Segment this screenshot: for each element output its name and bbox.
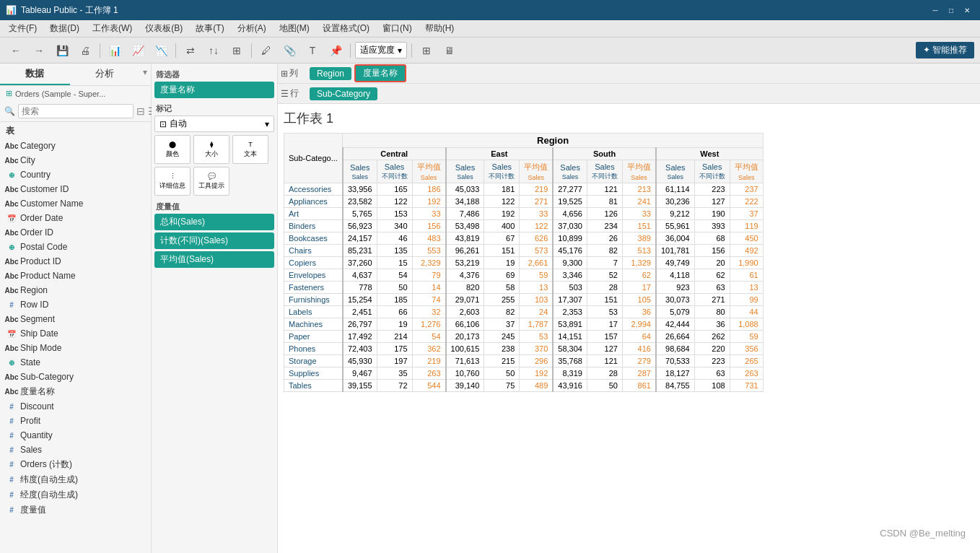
sort-group-button[interactable]: ⊞: [227, 40, 247, 61]
sidebar-item-country[interactable]: ⊕Country: [0, 167, 151, 182]
sidebar-item-profit[interactable]: #Profit: [0, 414, 151, 428]
col-pill-region[interactable]: Region: [310, 67, 351, 80]
filter-icon[interactable]: ⊟: [136, 105, 145, 117]
field-type-icon: ⊕: [6, 357, 17, 368]
menu-item-f[interactable]: 文件(F): [3, 21, 43, 36]
row-pill-subcategory[interactable]: Sub-Category: [310, 87, 377, 100]
bar-chart-button[interactable]: 📊: [105, 40, 125, 61]
highlight-button[interactable]: 🖊: [256, 40, 276, 61]
sidebar-item-product-name[interactable]: AbcProduct Name: [0, 269, 151, 283]
cell-west-0: 9,212: [656, 208, 694, 220]
sidebar-item-ship-mode[interactable]: AbcShip Mode: [0, 341, 151, 355]
cell-south-1: 121: [587, 355, 622, 367]
table-row: Fasteners7785014820581350328179236313: [284, 282, 764, 294]
filter-pill[interactable]: 度量名称: [154, 82, 274, 98]
menu-item-t[interactable]: 故事(T): [190, 21, 229, 36]
sidebar-item-customer-name[interactable]: AbcCustomer Name: [0, 196, 151, 211]
cell-south-1: 127: [587, 343, 622, 355]
print-button[interactable]: 🖨: [75, 40, 95, 61]
nav-forward-button[interactable]: →: [29, 40, 49, 61]
sidebar-item-orders-----[interactable]: #Orders (计数): [0, 457, 151, 472]
cell-central-2: 544: [412, 380, 446, 392]
cell-east-1: 122: [484, 196, 520, 208]
text-marks-button[interactable]: T 文本: [232, 135, 268, 164]
minimize-button[interactable]: ─: [928, 3, 942, 17]
connection-item[interactable]: ⊞ Orders (Sample - Super...: [0, 86, 151, 101]
annotate-button[interactable]: 📎: [279, 40, 299, 61]
sidebar-settings-icon[interactable]: ▾: [139, 64, 151, 85]
measure-pill-sales[interactable]: 平均值(Sales): [154, 251, 274, 268]
region-header-south: South: [553, 148, 656, 160]
sidebar-item-sub-category[interactable]: AbcSub-Category: [0, 370, 151, 384]
cell-south-2: 17: [622, 282, 656, 294]
tooltip-button[interactable]: 💬 工具提示: [193, 167, 229, 196]
sidebar-item-row-id[interactable]: #Row ID: [0, 297, 151, 312]
sidebar-item-postal-code[interactable]: ⊕Postal Code: [0, 240, 151, 254]
sidebar-item---------[interactable]: #纬度(自动生成): [0, 472, 151, 487]
pin-button[interactable]: 📌: [325, 40, 346, 61]
maximize-button[interactable]: □: [944, 3, 958, 17]
sidebar-item-discount[interactable]: #Discount: [0, 399, 151, 414]
save-button[interactable]: 💾: [52, 40, 72, 61]
text-button[interactable]: T: [302, 40, 323, 61]
sidebar-item-category[interactable]: AbcCategory: [0, 139, 151, 153]
columns-label: ⊞ 列: [281, 67, 307, 79]
nav-back-button[interactable]: ←: [6, 40, 26, 61]
monitor-button[interactable]: 🖥: [439, 40, 460, 61]
sidebar-item-sales[interactable]: #Sales: [0, 443, 151, 457]
sidebar-item-order-date[interactable]: 📅Order Date: [0, 211, 151, 225]
sidebar-item-product-id[interactable]: AbcProduct ID: [0, 254, 151, 269]
cell-south-0: 3,346: [553, 269, 587, 282]
tab-analysis[interactable]: 分析: [70, 64, 140, 85]
sidebar-item-----[interactable]: Abc度量名称: [0, 384, 151, 399]
swap-button[interactable]: ⇄: [180, 40, 201, 61]
sidebar-item-segment[interactable]: AbcSegment: [0, 312, 151, 326]
field-type-icon: Abc: [6, 198, 17, 209]
menu-item-a[interactable]: 分析(A): [232, 21, 272, 36]
measure-pill-sales[interactable]: 计数(不同)(Sales): [154, 232, 274, 249]
chart3-button[interactable]: 📉: [151, 40, 171, 61]
col-pill-measure-name[interactable]: 度量名称: [354, 64, 406, 82]
menu-item-d[interactable]: 数据(D): [44, 21, 85, 36]
sidebar-item-ship-date[interactable]: 📅Ship Date: [0, 326, 151, 341]
tab-data[interactable]: 数据: [0, 64, 70, 85]
measure-pill-sales[interactable]: 总和(Sales): [154, 214, 274, 230]
chart2-button[interactable]: 📈: [128, 40, 148, 61]
cell-central-1: 340: [377, 220, 412, 232]
menu-item-n[interactable]: 窗口(N): [377, 21, 418, 36]
smart-recommend-button[interactable]: ✦ 智能推荐: [916, 42, 974, 58]
menu-item-m[interactable]: 地图(M): [274, 21, 315, 36]
menu-item-b[interactable]: 仪表板(B): [139, 21, 188, 36]
cell-central-2: 263: [412, 367, 446, 380]
cell-west-1: 36: [694, 318, 730, 331]
color-button[interactable]: ⬤ 颜色: [154, 135, 191, 164]
cell-east-2: 1,787: [520, 318, 554, 331]
row-label: Art: [284, 208, 343, 220]
field-name-label: 纬度(自动生成): [20, 474, 78, 486]
col-header-sales-west: SalesSales: [656, 160, 694, 183]
width-dropdown[interactable]: 适应宽度 ▾: [355, 42, 407, 58]
close-button[interactable]: ✕: [960, 3, 974, 17]
left-sidebar: 数据 分析 ▾ ⊞ Orders (Sample - Super... 🔍 ⊟ …: [0, 64, 152, 553]
menu-item-w[interactable]: 工作表(W): [87, 21, 138, 36]
sidebar-item-city[interactable]: AbcCity: [0, 153, 151, 167]
grid-button[interactable]: ⊞: [416, 40, 437, 61]
sidebar-item-customer-id[interactable]: AbcCustomer ID: [0, 182, 151, 196]
sidebar-item-order-id[interactable]: AbcOrder ID: [0, 225, 151, 240]
sidebar-item-quantity[interactable]: #Quantity: [0, 428, 151, 443]
sidebar-item-region[interactable]: AbcRegion: [0, 283, 151, 297]
sidebar-item---------[interactable]: #经度(自动生成): [0, 487, 151, 502]
sidebar-item----[interactable]: #度量值: [0, 502, 151, 518]
cell-central-2: 54: [412, 331, 446, 343]
detail-button[interactable]: ⋮ 详细信息: [154, 167, 191, 196]
sidebar-item-state[interactable]: ⊕State: [0, 355, 151, 370]
search-input[interactable]: [18, 104, 134, 118]
cell-central-0: 56,923: [343, 220, 377, 232]
cell-east-2: 103: [520, 294, 554, 306]
menu-item-h[interactable]: 帮助(H): [419, 21, 460, 36]
size-button[interactable]: ⧫ 大小: [193, 135, 229, 164]
menu-item-o[interactable]: 设置格式(O): [317, 21, 375, 36]
sort-asc-button[interactable]: ↑↓: [204, 40, 224, 61]
cell-east-0: 4,376: [446, 269, 484, 282]
marks-type-dropdown[interactable]: ⊡ 自动 ▾: [154, 116, 274, 132]
